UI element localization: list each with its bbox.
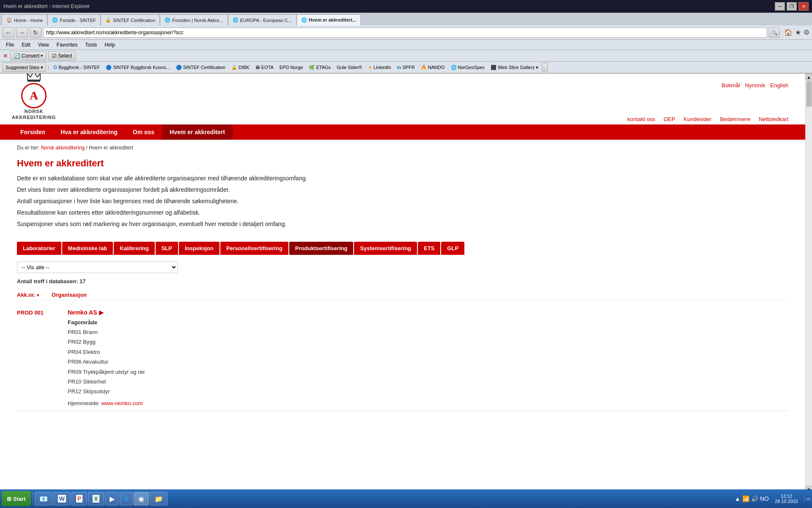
tab-slp[interactable]: SLP xyxy=(156,242,178,255)
bookmark-etags[interactable]: Gule Sider® xyxy=(334,63,365,72)
taskbar-excel[interactable]: X xyxy=(88,492,104,505)
tab-home[interactable]: 🏠 Home - Home xyxy=(2,14,47,25)
nav-hvem-er[interactable]: Hvem er akkreditert xyxy=(162,124,233,140)
back-button[interactable]: ← xyxy=(3,27,14,38)
nav-nettstedkart[interactable]: Nettstedkart xyxy=(759,116,788,122)
home-icon[interactable]: 🏠 xyxy=(784,28,793,36)
minimize-button[interactable]: ─ xyxy=(775,2,785,11)
spfr-favicon: 🔥 xyxy=(421,65,427,70)
bookmark-nando[interactable]: 🌐 NorGeoSpec xyxy=(448,63,488,72)
close-button[interactable]: ✕ xyxy=(798,2,809,11)
tab-laboratorier[interactable]: Laboratorier xyxy=(17,242,61,255)
tab-sintef-cert[interactable]: 🔒 SINTEF Certification xyxy=(101,14,160,25)
convert-button[interactable]: 🔄 Convert ▾ xyxy=(10,51,47,61)
bookmark-gule[interactable]: ★ LinkedIn xyxy=(365,63,394,72)
lang-nynorsk[interactable]: Nynorsk xyxy=(745,82,765,88)
taskbar-powerpoint[interactable]: P xyxy=(71,492,87,505)
page-para3: Resultatlistene kan sorteres etter akkre… xyxy=(17,208,788,217)
clock[interactable]: 13:12 29.10.2015 xyxy=(771,494,801,504)
nav-bedommere[interactable]: Bedømmere xyxy=(720,116,750,122)
menu-file[interactable]: File xyxy=(3,41,17,49)
logo-image: A NORSK AKKREDITERING xyxy=(17,78,51,112)
tab-hvem-akkreditert[interactable]: 🌐 Hvem er akkreditert... xyxy=(296,14,361,25)
taskbar-mediaplayer[interactable]: ▶ xyxy=(105,492,119,505)
tab-norsk-akkre[interactable]: 🌐 Forsiden | Norsk Akkre... xyxy=(160,14,228,25)
tab-sintef[interactable]: 🌐 Forside - SINTEF xyxy=(47,14,101,25)
menu-edit[interactable]: Edit xyxy=(18,41,34,49)
bookmark-spfr-label: NANDO xyxy=(428,65,445,70)
bookmark-sintef-cert[interactable]: 🔒 DIBK xyxy=(229,63,252,72)
toolbar-close-button[interactable]: ✕ xyxy=(3,53,8,59)
restore-button[interactable]: ❐ xyxy=(787,2,797,11)
lang-english[interactable]: English xyxy=(770,82,788,88)
tab-inspeksjon[interactable]: Inspeksjon xyxy=(179,242,219,255)
logo-text: NORSK AKKREDITERING xyxy=(12,108,56,121)
google-favicon: G xyxy=(53,64,57,70)
settings-icon[interactable]: ⚙ xyxy=(804,28,809,36)
col-akk-header[interactable]: Akk.nr. ▾ xyxy=(17,292,39,298)
bookmark-epd-label: ETAGs xyxy=(316,65,331,70)
scroll-track[interactable] xyxy=(806,80,812,486)
forward-button[interactable]: → xyxy=(16,27,28,38)
nav-kontakt[interactable]: kontakt oss xyxy=(627,116,655,122)
tab-medisinske[interactable]: Medisinske lab xyxy=(62,242,113,255)
menu-help[interactable]: Help xyxy=(101,41,118,49)
tab-europa[interactable]: 🌐 EUROPA - European C... xyxy=(228,14,297,25)
tab-europa-favicon: 🌐 xyxy=(233,17,239,23)
bookmark-byggforsk[interactable]: 🔵 SINTEF Byggforsk Kunns... xyxy=(103,63,173,72)
nav-om-oss[interactable]: Om oss xyxy=(125,124,162,140)
select-button[interactable]: ☑ Select xyxy=(48,51,76,61)
filter-select[interactable]: -- Vis alle -- xyxy=(17,261,178,273)
menu-favorites[interactable]: Favorites xyxy=(53,41,81,49)
bookmark-suggested-sites[interactable]: Suggested Sites ▾ xyxy=(3,63,46,72)
refresh-button[interactable]: ↻ xyxy=(30,27,41,38)
menu-tools[interactable]: Tools xyxy=(82,41,100,49)
favorites-icon[interactable]: ★ xyxy=(795,28,801,36)
org-name-link[interactable]: Nemko AS ▶ xyxy=(68,309,104,316)
taskbar-word[interactable]: W xyxy=(53,492,71,505)
bookmark-spfr[interactable]: 🔥 NANDO xyxy=(418,63,447,72)
scroll-thumb[interactable] xyxy=(807,81,812,107)
window-title: Hvem er akkreditert - Internet Explorer xyxy=(3,3,90,9)
tray-lang[interactable]: NO xyxy=(760,495,769,502)
tab-sintef-favicon: 🌐 xyxy=(52,17,58,23)
bookmark-linkedin[interactable]: in SPFR xyxy=(395,63,417,72)
taskbar-app[interactable]: 📁 xyxy=(150,492,167,505)
tab-system[interactable]: Systemsertifisering xyxy=(354,242,417,255)
bookmark-sintef-bygg[interactable]: 🔵 SINTEF Certification xyxy=(173,63,228,72)
tray-arrow[interactable]: ▲ xyxy=(735,495,741,502)
hjemmeside-link[interactable]: www.nemko.com xyxy=(101,400,143,406)
bookmark-epd[interactable]: 🌿 ETAGs xyxy=(306,63,333,72)
menu-view[interactable]: View xyxy=(35,41,52,49)
address-bar[interactable] xyxy=(43,28,767,38)
bookmark-google[interactable]: G Byggforsk - SINTEF xyxy=(51,63,102,72)
search-button[interactable]: 🔍 xyxy=(769,28,780,38)
tab-sintef-cert-favicon: 🔒 xyxy=(105,17,111,23)
bookmark-norgeospec[interactable]: ⬛ Web Slice Gallery ▾ xyxy=(488,63,541,72)
nav-hva-er[interactable]: Hva er akkreditering xyxy=(53,124,125,140)
tray-network[interactable]: 📶 xyxy=(742,495,749,502)
tab-kalibrering[interactable]: Kalibrering xyxy=(114,242,155,255)
vertical-scrollbar[interactable]: ▲ ▼ xyxy=(805,74,812,493)
bookmark-dibk[interactable]: 🏛 EOTA xyxy=(253,63,276,72)
taskbar-ie[interactable]: e xyxy=(120,492,133,505)
col-org-header[interactable]: Organisasjon xyxy=(52,292,87,298)
taskbar-outlook[interactable]: 📧 xyxy=(35,492,52,505)
start-button[interactable]: ⊞ Start xyxy=(2,491,31,506)
nav-kundesider[interactable]: Kundesider xyxy=(684,116,712,122)
tab-glp[interactable]: GLP xyxy=(441,242,464,255)
tab-ets[interactable]: ETS xyxy=(418,242,440,255)
tray-sound[interactable]: 🔊 xyxy=(751,495,758,502)
scroll-up-arrow[interactable]: ▲ xyxy=(806,74,812,80)
tab-personell[interactable]: Personellsertifisering xyxy=(220,242,288,255)
show-desktop-icon[interactable]: ▭ xyxy=(804,496,810,502)
breadcrumb-home-link[interactable]: Norsk akkreditering xyxy=(41,145,85,151)
taskbar-chrome[interactable]: ◉ xyxy=(134,492,149,505)
nav-forsiden[interactable]: Forsiden xyxy=(13,124,53,140)
bookmark-eota[interactable]: EPD Norge xyxy=(277,63,306,72)
tab-produkt[interactable]: Produktsertifisering xyxy=(289,242,354,255)
breadcrumb: Du er her: Norsk akkreditering / Hvem er… xyxy=(0,140,805,156)
nav-oep[interactable]: OEP xyxy=(664,116,675,122)
bookmark-web-slice[interactable] xyxy=(542,63,548,72)
lang-bokmal[interactable]: Bokmål xyxy=(721,82,740,88)
